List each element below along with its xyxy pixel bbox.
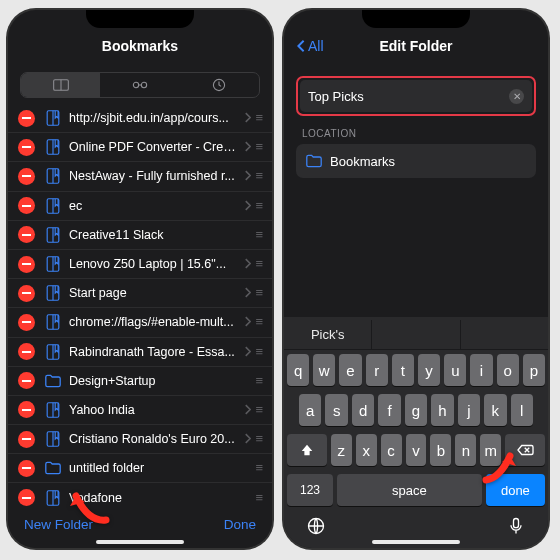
numbers-key[interactable]: 123 (287, 474, 333, 506)
reorder-handle[interactable]: ≡ (255, 174, 264, 178)
done-button[interactable]: Done (224, 517, 256, 532)
key-y[interactable]: y (418, 354, 440, 386)
space-key[interactable]: space (337, 474, 482, 506)
reorder-handle[interactable]: ≡ (255, 350, 264, 354)
bookmark-row[interactable]: Creative11 Slack≡ (8, 221, 272, 250)
bookmark-row[interactable]: Online PDF Converter - Crea...≡ (8, 133, 272, 162)
bookmark-row[interactable]: NestAway - Fully furnished r...≡ (8, 162, 272, 191)
key-x[interactable]: x (356, 434, 377, 466)
folder-name-input[interactable]: Top Picks ✕ (300, 80, 532, 112)
emoji-key[interactable] (306, 516, 326, 536)
key-r[interactable]: r (366, 354, 388, 386)
key-d[interactable]: d (352, 394, 374, 426)
bookmark-row[interactable]: ec≡ (8, 192, 272, 221)
key-z[interactable]: z (331, 434, 352, 466)
delete-button[interactable] (18, 489, 35, 506)
key-t[interactable]: t (392, 354, 414, 386)
view-tabs (20, 72, 260, 98)
bookmark-row[interactable]: Cristiano Ronaldo's Euro 20...≡ (8, 425, 272, 454)
key-l[interactable]: l (511, 394, 533, 426)
key-u[interactable]: u (444, 354, 466, 386)
delete-button[interactable] (18, 314, 35, 331)
key-k[interactable]: k (484, 394, 506, 426)
back-button[interactable]: All (296, 38, 324, 54)
chevron-right-icon (244, 109, 251, 127)
row-label: Start page (69, 286, 240, 300)
delete-button[interactable] (18, 256, 35, 273)
reorder-handle[interactable]: ≡ (255, 291, 264, 295)
key-p[interactable]: p (523, 354, 545, 386)
key-n[interactable]: n (455, 434, 476, 466)
suggestion-empty[interactable] (372, 320, 460, 349)
key-b[interactable]: b (430, 434, 451, 466)
delete-button[interactable] (18, 431, 35, 448)
key-g[interactable]: g (405, 394, 427, 426)
key-a[interactable]: a (299, 394, 321, 426)
delete-button[interactable] (18, 460, 35, 477)
folder-row[interactable]: untitled folder≡ (8, 454, 272, 483)
reorder-handle[interactable]: ≡ (255, 145, 264, 149)
reorder-handle[interactable]: ≡ (255, 496, 264, 500)
reorder-handle[interactable]: ≡ (255, 233, 264, 237)
reorder-handle[interactable]: ≡ (255, 379, 264, 383)
delete-button[interactable] (18, 343, 35, 360)
folder-icon (306, 153, 322, 169)
notch (86, 10, 194, 28)
reorder-handle[interactable]: ≡ (255, 437, 264, 441)
keyboard: Pick's qwertyuiop asdfghjkl zxcvbnm 123 … (284, 317, 548, 548)
reorder-handle[interactable]: ≡ (255, 466, 264, 470)
shift-key[interactable] (287, 434, 327, 466)
home-indicator (372, 540, 460, 544)
delete-button[interactable] (18, 197, 35, 214)
clear-text-button[interactable]: ✕ (509, 89, 524, 104)
reorder-handle[interactable]: ≡ (255, 116, 264, 120)
chevron-right-icon (244, 167, 251, 185)
key-w[interactable]: w (313, 354, 335, 386)
dictation-key[interactable] (506, 516, 526, 536)
key-f[interactable]: f (378, 394, 400, 426)
bookmark-row[interactable]: Start page≡ (8, 279, 272, 308)
key-o[interactable]: o (497, 354, 519, 386)
row-label: Vodafone (69, 491, 255, 505)
delete-button[interactable] (18, 226, 35, 243)
tab-reading-list[interactable] (100, 73, 179, 97)
key-q[interactable]: q (287, 354, 309, 386)
reorder-handle[interactable]: ≡ (255, 408, 264, 412)
reorder-handle[interactable]: ≡ (255, 320, 264, 324)
key-c[interactable]: c (381, 434, 402, 466)
bookmark-icon (45, 314, 61, 330)
tab-bookmarks[interactable] (21, 73, 100, 97)
delete-button[interactable] (18, 285, 35, 302)
reorder-handle[interactable]: ≡ (255, 262, 264, 266)
delete-button[interactable] (18, 372, 35, 389)
tab-history[interactable] (180, 73, 259, 97)
location-row[interactable]: Bookmarks (296, 144, 536, 178)
suggestion-empty[interactable] (461, 320, 548, 349)
delete-button[interactable] (18, 168, 35, 185)
suggestion[interactable]: Pick's (284, 320, 372, 349)
key-e[interactable]: e (339, 354, 361, 386)
key-m[interactable]: m (480, 434, 501, 466)
row-label: Design+Startup (69, 374, 255, 388)
key-s[interactable]: s (325, 394, 347, 426)
bookmark-row[interactable]: http://sjbit.edu.in/app/cours...≡ (8, 104, 272, 133)
delete-button[interactable] (18, 139, 35, 156)
delete-button[interactable] (18, 401, 35, 418)
backspace-key[interactable] (505, 434, 545, 466)
reorder-handle[interactable]: ≡ (255, 204, 264, 208)
key-h[interactable]: h (431, 394, 453, 426)
done-key[interactable]: done (486, 474, 545, 506)
key-i[interactable]: i (470, 354, 492, 386)
bookmark-row[interactable]: Rabindranath Tagore - Essa...≡ (8, 338, 272, 367)
delete-button[interactable] (18, 110, 35, 127)
folder-row[interactable]: Design+Startup≡ (8, 367, 272, 396)
bookmark-row[interactable]: Yahoo India≡ (8, 396, 272, 425)
bookmarks-screen: Bookmarks http://sjbit.edu.in/app/cours.… (8, 10, 272, 548)
chevron-right-icon (244, 343, 251, 361)
bookmark-row[interactable]: chrome://flags/#enable-mult...≡ (8, 308, 272, 337)
key-j[interactable]: j (458, 394, 480, 426)
key-v[interactable]: v (406, 434, 427, 466)
chevron-right-icon (244, 284, 251, 302)
new-folder-button[interactable]: New Folder (24, 517, 93, 532)
bookmark-row[interactable]: Lenovo Z50 Laptop | 15.6"...≡ (8, 250, 272, 279)
